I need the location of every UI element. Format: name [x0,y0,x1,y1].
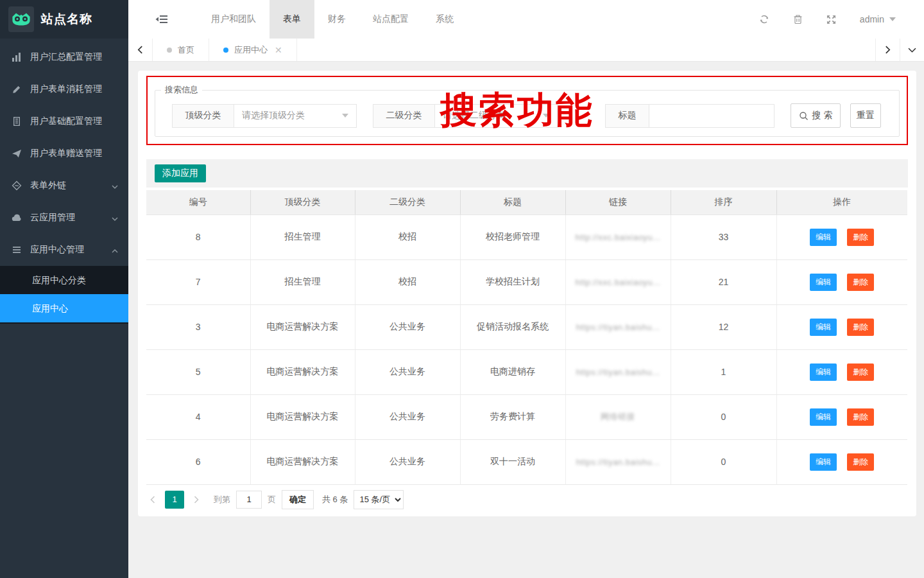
sub-category-label: 二级分类 [373,105,435,127]
sidebar-item-label: 用户表单赠送管理 [30,148,102,159]
tab-label: 应用中心 [234,44,268,56]
menu-lines-icon [12,245,22,255]
search-button[interactable]: 搜 索 [791,103,841,128]
apps-table-wrap: 编号 顶级分类 二级分类 标题 链接 排序 操作 8 招生管理 校招 校招老师管… [146,190,908,485]
close-icon[interactable]: ✕ [275,45,282,55]
chevron-down-icon [112,180,118,191]
tab-app-center[interactable]: 应用中心 ✕ [209,39,297,61]
sidebar-item-label: 用户汇总配置管理 [30,51,102,63]
pen-icon [12,84,22,94]
edit-button[interactable]: 编辑 [810,229,837,246]
delete-button[interactable]: 删除 [847,319,874,336]
confirm-page-button[interactable]: 确定 [282,490,314,509]
apps-table: 编号 顶级分类 二级分类 标题 链接 排序 操作 8 招生管理 校招 校招老师管… [146,190,907,485]
caret-down-icon [543,114,549,118]
tab-dot [167,48,172,53]
link-text: https://tiyan.baishu... [576,322,660,332]
tabs-scroll-left-icon[interactable] [128,39,153,61]
col-title: 标题 [460,190,565,215]
sidebar-item-app-center-category[interactable]: 应用中心分类 [0,266,128,294]
edit-button[interactable]: 编辑 [810,319,837,336]
sidebar-item-label: 用户基础配置管理 [30,116,102,127]
current-page[interactable]: 1 [165,491,184,509]
next-page-icon[interactable] [190,491,203,509]
site-title: 站点名称 [41,11,92,28]
edit-button[interactable]: 编辑 [810,453,837,471]
content-card: 搜索信息 顶级分类 请选择顶级分类 二级分类 请选择二级分类 [138,71,916,516]
tab-label: 首页 [178,44,194,56]
col-top-category: 顶级分类 [250,190,355,215]
table-toolbar: 添加应用 [146,159,908,188]
top-category-group: 顶级分类 请选择顶级分类 [172,104,357,128]
trash-icon[interactable] [793,14,803,24]
sidebar-item-form-gift[interactable]: 用户表单赠送管理 [0,137,128,170]
page-unit-label: 页 [268,494,276,505]
user-menu[interactable]: admin [860,14,896,24]
topnav-forms[interactable]: 表单 [270,0,314,39]
building-icon [12,116,22,127]
sidebar-item-label: 表单外链 [30,180,66,191]
table-row: 7 招生管理 校招 学校招生计划 http://xxc.baixiaoyu...… [146,259,907,304]
tab-bar: 首页 应用中心 ✕ [128,39,924,62]
sidebar-item-label: 用户表单消耗管理 [30,83,102,95]
edit-button[interactable]: 编辑 [810,274,837,291]
username: admin [860,14,884,24]
link-text: http://xxc.baixiaoyu... [576,232,661,242]
title-input[interactable] [649,105,774,127]
topnav-site-config[interactable]: 站点配置 [359,0,422,39]
sub-category-select[interactable]: 请选择二级分类 [435,105,557,127]
reset-button[interactable]: 重置 [850,103,881,128]
link-text: https://tiyan.baishu... [576,367,660,377]
sidebar-item-user-summary[interactable]: 用户汇总配置管理 [0,41,128,73]
col-sub-category: 二级分类 [355,190,460,215]
collapse-sidebar-icon[interactable] [155,0,168,39]
page-number-input[interactable] [236,491,262,509]
sidebar-submenu: 应用中心分类 应用中心 [0,266,128,324]
fullscreen-icon[interactable] [826,15,836,24]
col-id: 编号 [146,190,250,215]
sidebar-item-label: 云应用管理 [30,212,75,223]
sub-category-group: 二级分类 请选择二级分类 [373,104,558,128]
edit-button[interactable]: 编辑 [810,363,837,381]
search-legend: 搜索信息 [161,84,202,96]
delete-button[interactable]: 删除 [847,229,874,246]
prev-page-icon[interactable] [146,491,159,509]
search-fieldset: 搜索信息 顶级分类 请选择顶级分类 二级分类 请选择二级分类 [155,84,900,137]
add-app-button[interactable]: 添加应用 [155,164,206,182]
sidebar-item-form-external-link[interactable]: 表单外链 [0,170,128,202]
sidebar-item-app-center[interactable]: 应用中心 [0,294,128,322]
sidebar-item-user-base-config[interactable]: 用户基础配置管理 [0,105,128,137]
top-navigation: 用户和团队 表单 财务 站点配置 系统 [198,0,467,39]
sidebar-item-label: 应用中心管理 [30,244,84,256]
table-row: 3 电商运营解决方案 公共业务 促销活动报名系统 https://tiyan.b… [146,304,907,349]
delete-button[interactable]: 删除 [847,453,874,471]
send-icon [12,148,22,159]
topnav-system[interactable]: 系统 [422,0,467,39]
caret-down-icon [889,17,896,21]
title-label: 标题 [606,105,649,127]
delete-button[interactable]: 删除 [847,274,874,291]
owl-logo-icon [8,6,34,32]
chevron-down-icon [112,213,118,223]
sidebar-item-form-consume[interactable]: 用户表单消耗管理 [0,73,128,105]
topnav-users-teams[interactable]: 用户和团队 [198,0,270,39]
tabs-menu-icon[interactable] [900,39,924,61]
edit-button[interactable]: 编辑 [810,408,837,426]
diamond-link-icon [12,180,22,191]
sidebar-item-app-center-mgmt[interactable]: 应用中心管理 [0,234,128,266]
topnav-finance[interactable]: 财务 [314,0,359,39]
delete-button[interactable]: 删除 [847,363,874,381]
top-category-select[interactable]: 请选择顶级分类 [234,105,356,127]
tab-home[interactable]: 首页 [153,39,209,61]
pagination: 1 到第 页 确定 共 6 条 15 条/页 [146,490,908,509]
page-size-select[interactable]: 15 条/页 [354,490,404,509]
delete-button[interactable]: 删除 [847,408,874,426]
sidebar-item-cloud-app[interactable]: 云应用管理 [0,202,128,234]
total-count: 共 6 条 [322,494,348,505]
goto-label: 到第 [214,494,230,505]
table-header-row: 编号 顶级分类 二级分类 标题 链接 排序 操作 [146,190,907,215]
col-link: 链接 [565,190,671,215]
tabs-scroll-right-icon[interactable] [875,39,900,61]
refresh-icon[interactable] [759,14,769,24]
col-actions: 操作 [776,190,907,215]
